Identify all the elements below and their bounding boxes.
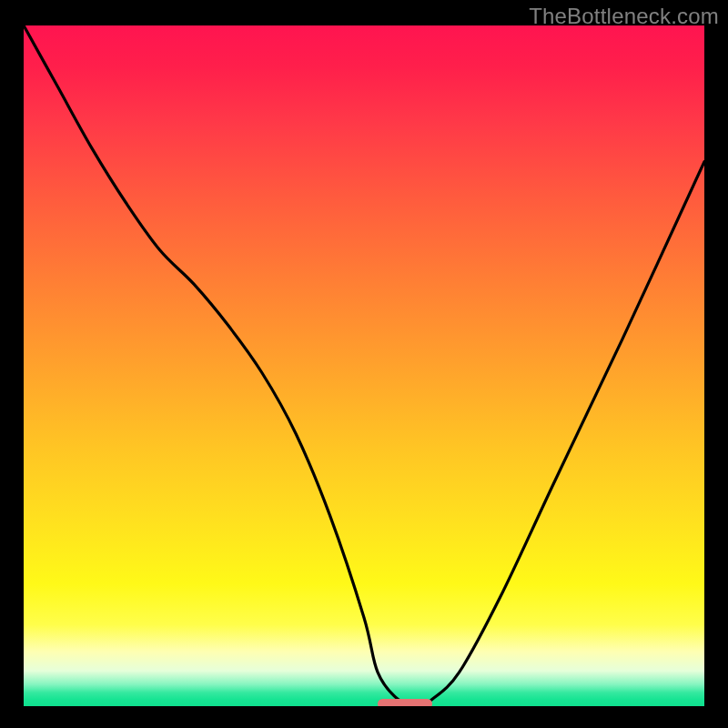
chart-frame: TheBottleneck.com [0, 0, 728, 728]
watermark-text: TheBottleneck.com [529, 4, 719, 29]
curve-path [24, 25, 704, 706]
bottleneck-curve [24, 25, 704, 706]
plot-area [24, 25, 704, 706]
optimal-range-marker [378, 699, 432, 706]
